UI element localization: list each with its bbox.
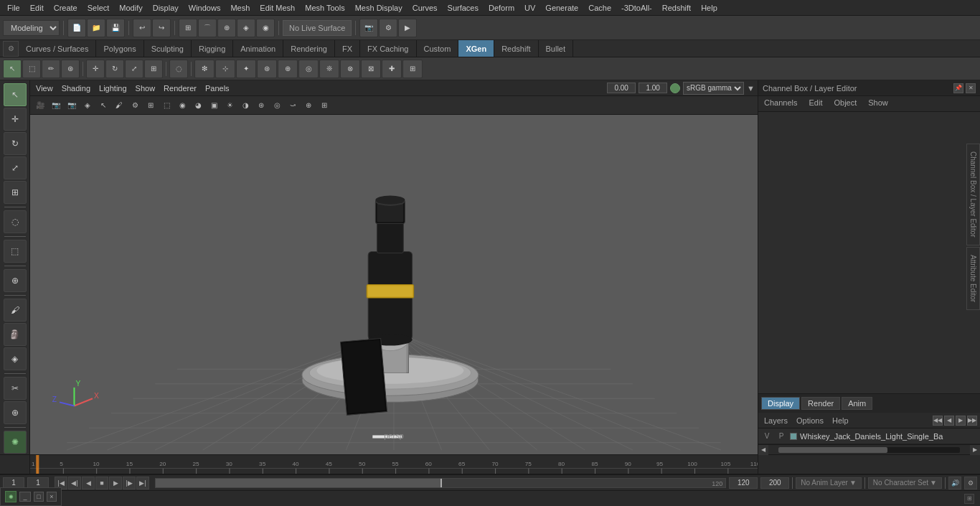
xgen-icon-2[interactable]: ⊹: [215, 60, 235, 78]
cb-tab-show[interactable]: Show: [862, 96, 894, 111]
gamma-value-input[interactable]: [607, 83, 636, 93]
channel-box-edge-tab[interactable]: Channel Box / Layer Editor: [966, 144, 980, 245]
mini-window-restore-btn[interactable]: □: [34, 492, 44, 502]
scale-tool-btn[interactable]: ⤢: [125, 60, 143, 78]
layer-scroll-start-btn[interactable]: ◀◀: [933, 416, 943, 426]
gamma-scale-input[interactable]: [639, 83, 667, 93]
menu-redshift[interactable]: Redshift: [658, 2, 695, 14]
menu-generate[interactable]: Generate: [541, 2, 583, 14]
vp-menu-show[interactable]: Show: [133, 84, 159, 93]
new-file-btn[interactable]: 📄: [67, 19, 86, 37]
attribute-editor-edge-tab[interactable]: Attribute Editor: [966, 247, 980, 310]
menu-cache[interactable]: Cache: [584, 2, 616, 14]
python-expand-btn[interactable]: ⊞: [964, 494, 974, 504]
select-mode-btn[interactable]: ↖: [4, 83, 27, 106]
ws-tab-fx[interactable]: FX: [335, 40, 360, 57]
rotate-tool-btn[interactable]: ↻: [105, 60, 124, 78]
paint-effects-btn[interactable]: 🖌: [4, 299, 27, 322]
menu-3dtall[interactable]: -3DtoAll-: [617, 2, 656, 14]
no-char-set-btn[interactable]: No Character Set ▼: [868, 477, 942, 489]
redo-btn[interactable]: ↪: [152, 19, 171, 37]
layer-tab-anim[interactable]: Anim: [842, 397, 872, 410]
scrollbar-left-btn[interactable]: ◀: [758, 445, 768, 455]
layer-scroll-end-btn[interactable]: ▶▶: [967, 416, 977, 426]
snap-curve-btn[interactable]: ⌒: [198, 19, 217, 37]
soft-mod-btn[interactable]: ◌: [4, 210, 27, 233]
pb-step-fwd-btn[interactable]: |▶: [123, 477, 136, 489]
ws-tab-xgen[interactable]: XGen: [458, 40, 494, 57]
show-manip-btn[interactable]: ◈: [4, 347, 27, 370]
undo-btn[interactable]: ↩: [133, 19, 151, 37]
connect-btn[interactable]: ⊕: [4, 401, 27, 424]
layer-opt-help[interactable]: Help: [829, 416, 852, 425]
vp-wire-btn[interactable]: ⬚: [159, 98, 174, 113]
select-tool-btn[interactable]: ↖: [3, 60, 22, 78]
pb-play-fwd-btn[interactable]: ▶: [109, 477, 122, 489]
scrollbar-right-btn[interactable]: ▶: [970, 445, 980, 455]
vp-select-btn[interactable]: ↖: [96, 98, 110, 113]
sound-btn[interactable]: 🔊: [948, 477, 961, 489]
gamma-circle-btn[interactable]: [670, 83, 680, 93]
render-settings-btn[interactable]: ⚙: [379, 19, 397, 37]
move-mode-btn[interactable]: ✛: [4, 108, 27, 131]
universal-mode-btn[interactable]: ⊞: [4, 181, 27, 204]
frame-end-input[interactable]: 120: [729, 477, 758, 489]
color-space-select[interactable]: sRGB gamma: [683, 82, 744, 95]
xgen-icon-1[interactable]: ❇: [194, 60, 215, 78]
layer-opt-options[interactable]: Options: [793, 416, 826, 425]
ws-tab-polygons[interactable]: Polygons: [96, 40, 143, 57]
vp-cam2-btn[interactable]: 📷: [49, 98, 63, 113]
sculpt-btn[interactable]: 🗿: [4, 323, 27, 346]
workspace-settings-btn[interactable]: ⚙: [3, 41, 19, 57]
xgen-icon-8[interactable]: ⊗: [340, 60, 360, 78]
vp-smooth-btn[interactable]: ◉: [175, 98, 189, 113]
vp-menu-view[interactable]: View: [33, 84, 56, 93]
menu-uv[interactable]: UV: [520, 2, 540, 14]
save-file-btn[interactable]: 💾: [106, 19, 125, 37]
ws-tab-redshift[interactable]: Redshift: [494, 40, 538, 57]
menu-select[interactable]: Select: [83, 2, 114, 14]
timeline-ruler[interactable]: 1 5 10 15 20 25 30 35 40 45 50: [30, 455, 758, 474]
menu-windows[interactable]: Windows: [184, 2, 225, 14]
vp-cam-btn[interactable]: 🎥: [33, 98, 47, 113]
ws-tab-curves-surfaces[interactable]: Curves / Surfaces: [19, 40, 96, 57]
open-file-btn[interactable]: 📁: [87, 19, 105, 37]
layer-scroll-fwd-btn[interactable]: ▶: [956, 416, 966, 426]
vp-menu-renderer[interactable]: Renderer: [161, 84, 199, 93]
layer-tab-display[interactable]: Display: [761, 397, 800, 410]
vp-light-btn[interactable]: ☀: [222, 98, 237, 113]
cb-tab-object[interactable]: Object: [828, 96, 862, 111]
menu-display[interactable]: Display: [149, 2, 183, 14]
xgen-icon-11[interactable]: ⊞: [402, 60, 423, 78]
vp-motion-btn[interactable]: ⤻: [286, 98, 300, 113]
vp-grid-btn[interactable]: ⊞: [143, 98, 158, 113]
vp-gate-btn[interactable]: ⊞: [317, 98, 331, 113]
select-region-btn[interactable]: ⬚: [22, 60, 41, 78]
pb-goto-end-btn[interactable]: ▶|: [136, 477, 149, 489]
layer-tab-render[interactable]: Render: [801, 397, 840, 410]
color-space-arrow[interactable]: ▼: [747, 84, 755, 93]
mode-select[interactable]: Modeling: [3, 20, 60, 36]
playback-settings-btn[interactable]: ⚙: [964, 477, 977, 489]
vp-menu-lighting[interactable]: Lighting: [96, 84, 130, 93]
render-snapshot-btn[interactable]: 📷: [359, 19, 378, 37]
menu-create[interactable]: Create: [50, 2, 82, 14]
xgen-icon-4[interactable]: ⊛: [257, 60, 277, 78]
menu-mesh-tools[interactable]: Mesh Tools: [301, 2, 349, 14]
menu-curves[interactable]: Curves: [408, 2, 442, 14]
xgen-icon-9[interactable]: ⊠: [361, 60, 381, 78]
snap-surface-btn[interactable]: ◈: [237, 19, 255, 37]
panel-close-btn[interactable]: ✕: [966, 83, 976, 93]
no-anim-layer-btn[interactable]: No Anim Layer ▼: [796, 477, 862, 489]
vp-menu-shading[interactable]: Shading: [59, 84, 93, 93]
mini-window-close-btn[interactable]: ×: [47, 492, 57, 502]
menu-edit-mesh[interactable]: Edit Mesh: [255, 2, 299, 14]
pb-stop-btn[interactable]: ■: [95, 477, 108, 489]
layer-row-whiskey[interactable]: V P Whiskey_Jack_Daniels_Light_Single_Ba: [758, 428, 980, 444]
cb-tab-edit[interactable]: Edit: [803, 96, 828, 111]
xgen-tool-btn[interactable]: ✺: [4, 431, 27, 454]
vp-paint-btn[interactable]: 🖌: [112, 98, 126, 113]
xgen-icon-7[interactable]: ❊: [319, 60, 339, 78]
vp-shaded-btn[interactable]: ◕: [191, 98, 205, 113]
rotate-mode-btn[interactable]: ↻: [4, 132, 27, 155]
